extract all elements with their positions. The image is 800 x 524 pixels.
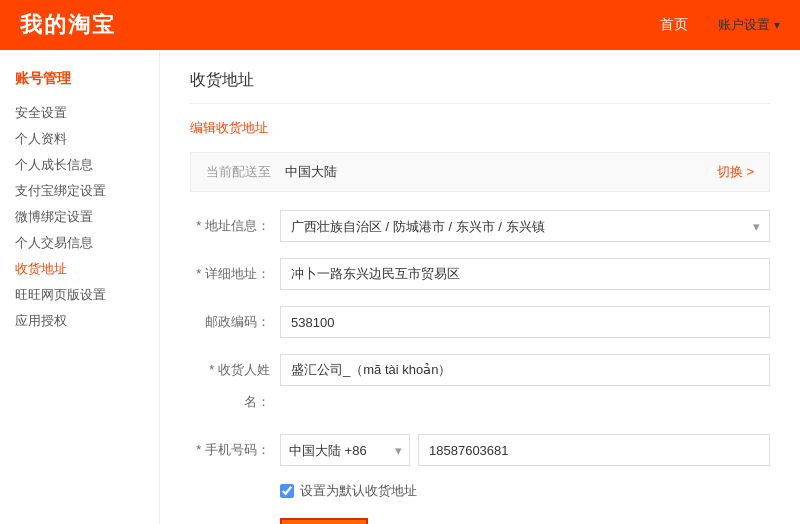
phone-row-inner: 中国大陆 +86: [280, 434, 770, 466]
detail-address-input[interactable]: [280, 258, 770, 290]
nav-home[interactable]: 首页: [660, 16, 688, 34]
phone-country-select[interactable]: 中国大陆 +86: [280, 434, 410, 466]
phone-control: 中国大陆 +86: [280, 434, 770, 466]
phone-country-wrapper: 中国大陆 +86: [280, 434, 410, 466]
header: 我的淘宝 首页 账户设置: [0, 0, 800, 50]
postal-control: [280, 306, 770, 338]
postal-row: 邮政编码：: [190, 306, 770, 338]
sidebar-item-address[interactable]: 收货地址: [15, 256, 144, 282]
checkbox-label: 设置为默认收货地址: [300, 482, 417, 500]
phone-number-wrapper: [418, 434, 770, 466]
detail-address-control: [280, 258, 770, 290]
detail-label: * 详细地址：: [190, 258, 280, 290]
sidebar-item-auth[interactable]: 应用授权: [15, 308, 144, 334]
postal-input[interactable]: [280, 306, 770, 338]
delivery-switch[interactable]: 切换 >: [717, 163, 754, 181]
sidebar: 账号管理 安全设置 个人资料 个人成长信息 支付宝绑定设置 微博绑定设置 个人交…: [0, 50, 160, 524]
default-address-checkbox[interactable]: [280, 484, 294, 498]
delivery-value: 中国大陆: [285, 164, 337, 179]
nav-account-settings[interactable]: 账户设置: [718, 16, 780, 34]
phone-number-input[interactable]: [418, 434, 770, 466]
address-row: * 地址信息： 广西壮族自治区 / 防城港市 / 东兴市 / 东兴镇: [190, 210, 770, 242]
name-row: * 收货人姓名：: [190, 354, 770, 418]
main-container: 账号管理 安全设置 个人资料 个人成长信息 支付宝绑定设置 微博绑定设置 个人交…: [0, 50, 800, 524]
sidebar-item-security[interactable]: 安全设置: [15, 100, 144, 126]
logo: 我的淘宝: [20, 10, 660, 40]
header-nav: 首页 账户设置: [660, 16, 780, 34]
sidebar-item-transaction[interactable]: 个人交易信息: [15, 230, 144, 256]
content-area: 收货地址 编辑收货地址 当前配送至 中国大陆 切换 > * 地址信息： 广西壮族…: [160, 50, 800, 524]
phone-label: * 手机号码：: [190, 434, 280, 466]
save-row: 保存 → Lưu lại thay đổi: [280, 518, 770, 524]
sidebar-section-title: 账号管理: [15, 70, 144, 88]
name-label: * 收货人姓名：: [190, 354, 280, 418]
sidebar-item-growth[interactable]: 个人成长信息: [15, 152, 144, 178]
page-title: 收货地址: [190, 70, 770, 104]
detail-address-row: * 详细地址：: [190, 258, 770, 290]
default-address-row: 设置为默认收货地址: [280, 482, 770, 500]
sidebar-item-alipay[interactable]: 支付宝绑定设置: [15, 178, 144, 204]
delivery-bar: 当前配送至 中国大陆 切换 >: [190, 152, 770, 192]
phone-row: * 手机号码： 中国大陆 +86: [190, 434, 770, 466]
address-select-wrapper: 广西壮族自治区 / 防城港市 / 东兴市 / 东兴镇: [280, 210, 770, 242]
sidebar-item-wangwang[interactable]: 旺旺网页版设置: [15, 282, 144, 308]
sidebar-item-profile[interactable]: 个人资料: [15, 126, 144, 152]
name-control: [280, 354, 770, 386]
name-input[interactable]: [280, 354, 770, 386]
delivery-label: 当前配送至: [206, 164, 271, 179]
sub-title: 编辑收货地址: [190, 119, 770, 137]
save-button[interactable]: 保存: [280, 518, 368, 524]
postal-label: 邮政编码：: [190, 306, 280, 338]
address-label: * 地址信息：: [190, 210, 280, 242]
sidebar-item-weibo[interactable]: 微博绑定设置: [15, 204, 144, 230]
address-dropdown-wrapper: 广西壮族自治区 / 防城港市 / 东兴市 / 东兴镇: [280, 210, 770, 242]
address-select[interactable]: 广西壮族自治区 / 防城港市 / 东兴市 / 东兴镇: [280, 210, 770, 242]
